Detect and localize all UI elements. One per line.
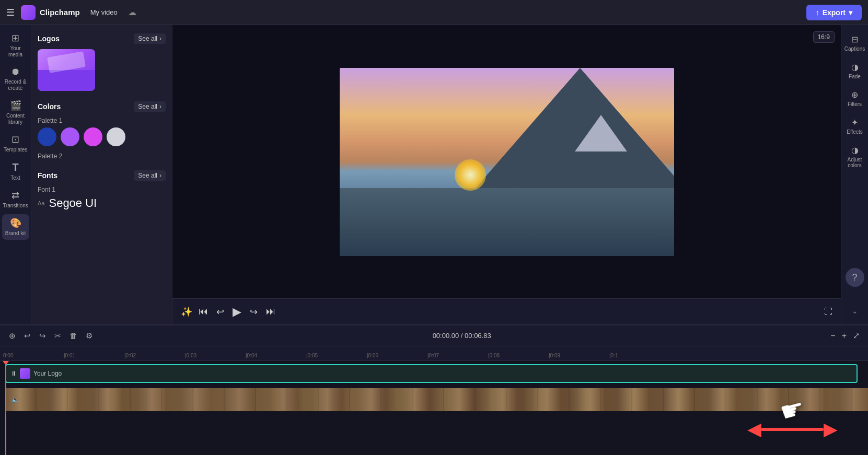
- effects-tool[interactable]: ✦ Effects: [843, 114, 867, 138]
- colors-see-all-button[interactable]: See all ›: [134, 101, 166, 112]
- redo-button[interactable]: ↪: [37, 330, 49, 342]
- swatch-blue[interactable]: [38, 127, 56, 146]
- rewind-button[interactable]: ↩: [214, 304, 226, 320]
- arrow-bar: [761, 428, 824, 431]
- magic-tool-button[interactable]: ⊕: [6, 330, 18, 342]
- menu-icon[interactable]: ☰: [6, 7, 15, 18]
- ruler-marks-row: 0:00 |0:01 |0:02 |0:03 |0:04 |0:05 |0:06…: [3, 353, 868, 358]
- center-area: 16:9 ⊡ ⊟ •••: [172, 25, 841, 324]
- fonts-see-all-label: See all: [138, 172, 157, 179]
- transitions-label: Transitions: [3, 203, 28, 209]
- ruler-mark-6: |0:06: [367, 353, 427, 358]
- aspect-ratio-badge: 16:9: [813, 31, 835, 43]
- swatch-purple[interactable]: [61, 127, 79, 146]
- filters-tool[interactable]: ⊕ Filters: [843, 87, 867, 110]
- playhead[interactable]: [5, 361, 6, 455]
- logo-track-clip[interactable]: ⏸ Your Logo: [5, 364, 858, 383]
- sidebar-item-content-library[interactable]: 🎬 Content library: [2, 97, 29, 129]
- aspect-ratio-button[interactable]: 16:9: [813, 31, 835, 43]
- logo-track-label: Your Logo: [33, 370, 62, 377]
- transitions-icon: ⇄: [11, 190, 19, 201]
- palette1-label: Palette 1: [38, 117, 166, 124]
- effects-icon: ✦: [851, 118, 858, 127]
- ruler-mark-10: |0:1: [609, 353, 670, 358]
- captions-label: Captions: [844, 46, 865, 52]
- sidebar-collapse-toggle[interactable]: ⌄: [843, 306, 867, 316]
- skip-back-button[interactable]: ⏮: [196, 304, 210, 319]
- logos-header: Logos See all ›: [38, 33, 166, 44]
- video-track-clip[interactable]: 🔈: [5, 388, 868, 411]
- brand-kit-icon: 🎨: [10, 217, 21, 229]
- ruler-mark-5: |0:05: [306, 353, 367, 358]
- clipchamp-logo-icon: [21, 5, 36, 20]
- sidebar-item-brand-kit[interactable]: 🎨 Brand kit: [2, 214, 29, 240]
- delete-button[interactable]: 🗑: [67, 330, 80, 342]
- adjust-colors-icon: ◑: [851, 145, 859, 155]
- sidebar-item-text[interactable]: T Text: [2, 158, 29, 184]
- swatch-pink[interactable]: [84, 127, 102, 146]
- export-button[interactable]: ↑ Export ▾: [806, 5, 862, 20]
- colors-section: Colors See all › Palette 1 Palette 2: [38, 101, 166, 160]
- clip-settings-button[interactable]: ⚙: [83, 330, 95, 342]
- fonts-see-all-button[interactable]: See all ›: [134, 170, 166, 181]
- brand-kit-label: Brand kit: [5, 230, 26, 237]
- font1-preview: Aa Segoe UI: [38, 196, 166, 210]
- sidebar-item-record[interactable]: ⏺ Record & create: [2, 63, 29, 95]
- ai-magic-button[interactable]: ✨: [181, 306, 192, 318]
- cut-button[interactable]: ✂: [52, 330, 64, 342]
- palette1-swatches: [38, 127, 166, 146]
- logos-see-all-button[interactable]: See all ›: [134, 33, 166, 44]
- swatch-light[interactable]: [107, 127, 125, 146]
- filters-icon: ⊕: [851, 90, 858, 100]
- export-label: Export: [823, 8, 846, 17]
- ruler-mark-3: |0:03: [185, 353, 246, 358]
- record-icon: ⏺: [11, 66, 20, 77]
- fit-timeline-button[interactable]: ⤢: [851, 330, 862, 342]
- forward-button[interactable]: ↪: [248, 304, 260, 320]
- project-name-button[interactable]: My video: [86, 6, 122, 18]
- logo-track: ⏸ Your Logo: [0, 364, 868, 387]
- logos-title: Logos: [38, 34, 60, 43]
- sidebar-item-templates[interactable]: ⊡ Templates: [2, 131, 29, 156]
- fullscreen-button[interactable]: ⛶: [824, 307, 832, 317]
- snow-cap: [575, 115, 627, 151]
- colors-title: Colors: [38, 102, 61, 111]
- collapse-icon: ⌄: [852, 307, 858, 315]
- text-label: Text: [10, 175, 20, 181]
- top-bar: ☰ Clipchamp My video ☁ ↑ Export ▾: [0, 0, 868, 25]
- fade-tool[interactable]: ◑ Fade: [843, 59, 867, 83]
- video-preview: 16:9 ⊡ ⊟ •••: [172, 25, 841, 298]
- logo-track-thumbnail: [20, 368, 30, 379]
- effects-label: Effects: [847, 129, 862, 135]
- timeline-time-display: 00:00.00 / 00:06.83: [98, 332, 825, 340]
- brand-panel: Logos See all › Colors See all › Palette…: [31, 25, 172, 324]
- ruler-mark-8: |0:08: [488, 353, 549, 358]
- video-content: [340, 68, 674, 256]
- fonts-title: Fonts: [38, 171, 57, 180]
- captions-tool[interactable]: ⊟ Captions: [843, 31, 867, 55]
- logo-thumbnail[interactable]: [38, 49, 95, 91]
- left-sidebar: ⊞ Your media ⏺ Record & create 🎬 Content…: [0, 25, 31, 324]
- zoom-in-button[interactable]: +: [840, 330, 849, 342]
- zoom-out-button[interactable]: −: [828, 330, 837, 342]
- sidebar-item-your-media[interactable]: ⊞ Your media: [2, 29, 29, 61]
- adjust-colors-tool[interactable]: ◑ Adjust colors: [843, 142, 867, 171]
- skip-next-button[interactable]: ⏭: [264, 304, 277, 319]
- templates-label: Templates: [4, 147, 28, 153]
- app-name: Clipchamp: [40, 8, 80, 17]
- play-button[interactable]: ▶: [230, 303, 244, 321]
- export-chevron-icon: ▾: [849, 8, 852, 17]
- help-button[interactable]: ?: [846, 268, 864, 287]
- colors-header: Colors See all ›: [38, 101, 166, 112]
- palette2-label: Palette 2: [38, 153, 166, 160]
- your-media-label: Your media: [4, 45, 27, 58]
- captions-icon: ⊟: [851, 34, 858, 44]
- adjust-colors-label: Adjust colors: [845, 157, 865, 168]
- resize-arrows: ◀ ▶: [748, 419, 837, 439]
- sun-glow: [455, 159, 486, 191]
- timeline-toolbar: ⊕ ↩ ↪ ✂ 🗑 ⚙ 00:00.00 / 00:06.83 − + ⤢: [0, 325, 868, 346]
- sidebar-item-transitions[interactable]: ⇄ Transitions: [2, 186, 29, 212]
- undo-button[interactable]: ↩: [21, 330, 33, 342]
- track-pause-icon: ⏸: [10, 370, 17, 377]
- logos-see-all-label: See all: [138, 35, 157, 42]
